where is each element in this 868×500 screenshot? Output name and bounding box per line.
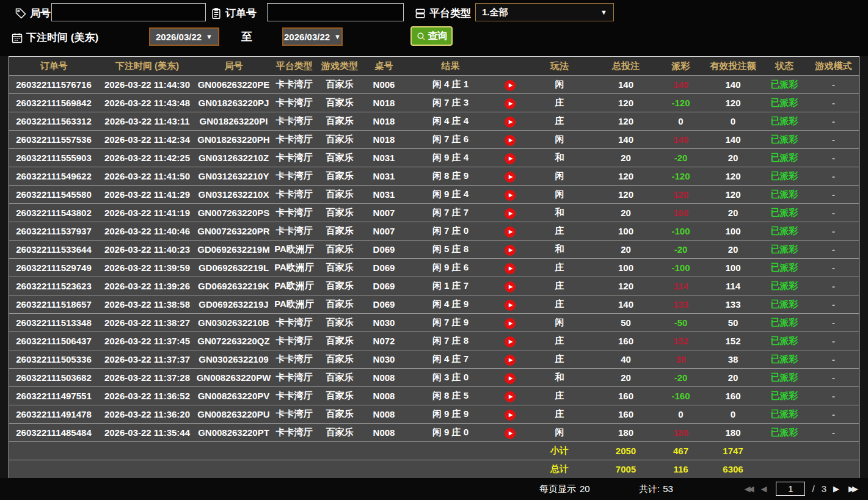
cell-result: 闲 7 庄 0: [406, 225, 495, 237]
play-video-icon[interactable]: ▶: [505, 281, 516, 292]
cell-playtype: 和: [525, 207, 594, 219]
cell-payout: -100: [657, 263, 704, 273]
play-video-icon[interactable]: ▶: [505, 80, 516, 91]
platform-type-value: 1.全部: [482, 7, 508, 18]
chevron-down-icon: ▼: [334, 33, 341, 40]
cell-bet: 120: [594, 116, 657, 126]
cell-order: 260322111537937: [9, 226, 98, 236]
total-payout: 116: [657, 464, 704, 474]
cell-game: 百家乐: [317, 299, 362, 310]
cell-round: GN0302632210B: [196, 317, 271, 328]
total-label: 总计: [525, 463, 594, 475]
cell-result: 闲 7 庄 6: [406, 134, 495, 145]
cell-platform: 卡卡湾厅: [271, 115, 317, 127]
first-page-button[interactable]: ◀◀: [744, 484, 754, 493]
subtotal-row: 小计 2050 467 1747: [9, 441, 859, 460]
cell-game: 百家乐: [317, 189, 362, 200]
cell-play: ▶: [495, 408, 525, 421]
table-row: 2603221115455802026-03-22 11:41:29GN0312…: [9, 185, 859, 203]
cell-game: 百家乐: [317, 207, 362, 219]
last-page-button[interactable]: ▶▶: [848, 484, 858, 493]
play-video-icon[interactable]: ▶: [505, 410, 516, 421]
table-row: 2603221114914782026-03-22 11:36:20GN0082…: [9, 405, 859, 423]
cell-status: 已派彩: [762, 408, 807, 420]
cell-status: 已派彩: [762, 225, 807, 237]
cell-bet: 160: [594, 409, 657, 419]
platform-type-select[interactable]: 1.全部 ▼: [475, 3, 614, 21]
play-video-icon[interactable]: ▶: [505, 355, 516, 366]
search-button[interactable]: 查询: [410, 26, 453, 46]
cell-platform: PA欧洲厅: [271, 280, 317, 292]
cell-payout: 120: [657, 189, 704, 200]
next-page-button[interactable]: ▶: [833, 484, 842, 493]
play-video-icon[interactable]: ▶: [505, 153, 516, 164]
cell-time: 2026-03-22 11:43:48: [98, 98, 196, 108]
cell-play: ▶: [495, 261, 525, 274]
play-video-icon[interactable]: ▶: [505, 98, 516, 109]
table-row: 2603221115575362026-03-22 11:42:34GN0182…: [9, 130, 859, 148]
cell-valid: 114: [704, 281, 762, 291]
cell-result: 闲 9 庄 4: [406, 152, 495, 164]
play-video-icon[interactable]: ▶: [505, 226, 516, 237]
cell-game: 百家乐: [317, 335, 362, 347]
page-number-input[interactable]: [776, 482, 805, 496]
cell-mode: -: [807, 79, 860, 90]
date-to-select[interactable]: 2026/03/22 ▼: [282, 27, 343, 46]
cell-playtype: 闲: [525, 170, 594, 182]
cell-platform: 卡卡湾厅: [271, 390, 317, 402]
play-video-icon[interactable]: ▶: [505, 208, 516, 219]
play-video-icon[interactable]: ▶: [505, 318, 516, 329]
cell-time: 2026-03-22 11:36:20: [98, 409, 196, 419]
play-video-icon[interactable]: ▶: [505, 172, 516, 183]
play-video-icon[interactable]: ▶: [505, 263, 516, 274]
cell-game: 百家乐: [317, 427, 362, 438]
cell-status: 已派彩: [762, 207, 807, 219]
bet-time-label: 下注时间 (美东): [26, 31, 98, 45]
cell-bet: 140: [594, 79, 657, 90]
cell-order: 260322111555903: [9, 153, 98, 163]
cell-valid: 20: [704, 244, 762, 255]
cell-order: 260322111497551: [9, 391, 98, 401]
play-video-icon[interactable]: ▶: [505, 117, 516, 128]
play-video-icon[interactable]: ▶: [505, 135, 516, 146]
cell-game: 百家乐: [317, 115, 362, 127]
cell-table: N018: [362, 98, 406, 108]
cell-platform: 卡卡湾厅: [271, 189, 317, 200]
cell-result: 闲 4 庄 7: [406, 353, 495, 365]
cell-valid: 152: [704, 336, 762, 346]
cell-bet: 20: [594, 244, 657, 255]
cell-time: 2026-03-22 11:37:45: [98, 336, 196, 346]
order-number-input[interactable]: [267, 3, 404, 21]
cell-round: GD0692632219J: [196, 299, 271, 310]
cell-platform: 卡卡湾厅: [271, 170, 317, 182]
cell-valid: 0: [704, 116, 762, 126]
play-video-icon[interactable]: ▶: [505, 428, 516, 439]
cell-round: GN0312632210Z: [196, 153, 271, 163]
cell-payout: 180: [657, 427, 704, 438]
play-video-icon[interactable]: ▶: [505, 300, 516, 311]
table-row: 2603221115336442026-03-22 11:40:23GD0692…: [9, 240, 859, 258]
cell-valid: 38: [704, 354, 762, 364]
prev-page-button[interactable]: ◀: [760, 484, 769, 493]
cell-play: ▶: [495, 188, 525, 201]
total-row: 总计 7005 116 6306: [9, 460, 859, 478]
cell-time: 2026-03-22 11:39:59: [98, 263, 196, 273]
cell-bet: 100: [594, 226, 657, 236]
play-video-icon[interactable]: ▶: [505, 373, 516, 384]
play-video-icon[interactable]: ▶: [505, 245, 516, 256]
play-video-icon[interactable]: ▶: [505, 391, 516, 402]
filter-bar: 局号 订单号 平台类型 1.全部 ▼ 下注时间 (美东): [0, 0, 868, 56]
play-video-icon[interactable]: ▶: [505, 190, 516, 201]
cell-round: GN03026322109: [196, 354, 271, 364]
cell-table: N008: [362, 427, 406, 438]
round-number-input[interactable]: [51, 3, 206, 21]
cell-game: 百家乐: [317, 262, 362, 274]
header-13: 游戏模式: [807, 60, 860, 72]
record-count-group: 共计: 53: [639, 484, 673, 495]
cell-status: 已派彩: [762, 335, 807, 347]
play-video-icon[interactable]: ▶: [505, 336, 516, 347]
cell-valid: 140: [704, 134, 762, 145]
cell-payout: -100: [657, 226, 704, 236]
cell-payout: -160: [657, 391, 704, 401]
date-from-select[interactable]: 2026/03/22 ▼: [149, 27, 219, 46]
